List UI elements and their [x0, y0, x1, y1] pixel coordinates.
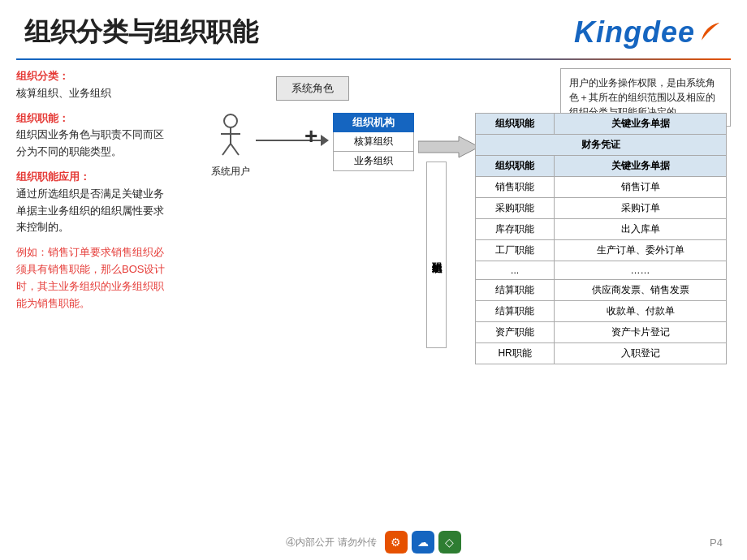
org-box: 组织机构 核算组织 业务组织: [333, 113, 414, 171]
org-func-label: 组织职能: [426, 162, 447, 348]
section1-title: 组织分类：: [16, 68, 171, 85]
svg-point-0: [224, 114, 237, 127]
func-cell: 结算职能: [476, 280, 555, 301]
table-row: 资产职能资产卡片登记: [476, 322, 727, 343]
table-row: 采购职能采购订单: [476, 198, 727, 219]
org-box-title: 组织机构: [333, 113, 414, 132]
note-text: 用户的业务操作权限，是由系统角色＋其所在的组织范围以及相应的组织分类与职能所决定…: [569, 77, 715, 118]
table-row: HR职能入职登记: [476, 343, 727, 364]
func-cell: 结算职能: [476, 301, 555, 322]
section2-body: 组织因业务角色与职责不同而区分为不同的职能类型。: [16, 127, 171, 161]
section2-title: 组织职能：: [16, 110, 171, 127]
user-figure: 系统用户: [211, 113, 250, 179]
func-table: 组织职能 关键业务单据 财务凭证 组织职能 关键业务单据 销售职能销售订单采购职…: [475, 113, 727, 364]
calc-org-row: 核算组织: [333, 132, 414, 152]
doc-cell: 收款单、付款单: [555, 301, 727, 322]
section3-body: 通过所选组织是否满足关键业务单据主业务组织的组织属性要求来控制的。: [16, 186, 171, 236]
sub-header-row: 组织职能 关键业务单据: [476, 156, 727, 177]
logo: Kingdee: [574, 15, 723, 50]
left-panel: 组织分类： 核算组织、业务组织 组织职能： 组织因业务角色与职责不同而区分为不同…: [16, 68, 179, 559]
doc-cell: ……: [555, 261, 727, 280]
table-header-row: 组织职能 关键业务单据: [476, 114, 727, 135]
table-row: 工厂职能生产订单、委外订单: [476, 240, 727, 261]
func-cell: 库存职能: [476, 219, 555, 240]
table-row: ...……: [476, 261, 727, 280]
table-row: 销售职能销售订单: [476, 177, 727, 198]
col2-header: 关键业务单据: [555, 114, 727, 135]
footer-icons: ⚙ ☁ ◇: [385, 531, 461, 554]
top-header-cell: 财务凭证: [476, 135, 727, 156]
func-cell: 采购职能: [476, 198, 555, 219]
sub-col1: 组织职能: [476, 156, 555, 177]
user-label: 系统用户: [211, 165, 250, 179]
doc-cell: 出入库单: [555, 219, 727, 240]
svg-line-3: [222, 144, 231, 155]
footer: ④内部公开 请勿外传 ⚙ ☁ ◇ P4: [0, 531, 747, 554]
icon-orange: ⚙: [385, 531, 408, 554]
biz-org-row: 业务组织: [333, 152, 414, 171]
func-cell: ...: [476, 261, 555, 280]
doc-cell: 销售订单: [555, 177, 727, 198]
plus-sign: +: [304, 123, 317, 149]
sub-col2: 关键业务单据: [555, 156, 727, 177]
stick-figure-icon: [214, 113, 247, 162]
doc-cell: 采购订单: [555, 198, 727, 219]
header-divider: [16, 58, 731, 60]
table-row: 结算职能供应商发票、销售发票: [476, 280, 727, 301]
page-number: P4: [710, 536, 723, 549]
section3-example: 例如：销售订单要求销售组织必须具有销售职能，那么BOS设计时，其主业务组织的业务…: [16, 244, 171, 312]
doc-cell: 入职登记: [555, 343, 727, 364]
doc-cell: 资产卡片登记: [555, 322, 727, 343]
func-cell: 资产职能: [476, 322, 555, 343]
arrow-org-to-table: [418, 135, 479, 159]
doc-cell: 供应商发票、销售发票: [555, 280, 727, 301]
diagram-area: 用户的业务操作权限，是由系统角色＋其所在的组织范围以及相应的组织分类与职能所决定…: [179, 68, 731, 559]
icon-blue: ☁: [412, 531, 434, 554]
svg-line-4: [231, 144, 239, 155]
section1-body: 核算组织、业务组织: [16, 85, 171, 102]
page-title: 组织分类与组织职能: [24, 15, 258, 50]
arrow-head-icon: [321, 135, 329, 146]
table-row: 结算职能收款单、付款单: [476, 301, 727, 322]
footer-label: ④内部公开 请勿外传: [286, 536, 376, 549]
large-arrow-svg: [418, 135, 479, 159]
col1-header: 组织职能: [476, 114, 555, 135]
func-cell: HR职能: [476, 343, 555, 364]
table-row-top: 财务凭证: [476, 135, 727, 156]
func-cell: 销售职能: [476, 177, 555, 198]
section3-title: 组织职能应用：: [16, 169, 171, 186]
sys-role-box: 系统角色: [276, 76, 349, 101]
svg-marker-5: [418, 136, 479, 157]
logo-text: Kingdee: [574, 15, 695, 50]
main-content: 组织分类： 核算组织、业务组织 组织职能： 组织因业务角色与职责不同而区分为不同…: [0, 68, 747, 559]
func-cell: 工厂职能: [476, 240, 555, 261]
sys-role-label: 系统角色: [291, 82, 334, 94]
doc-cell: 生产订单、委外订单: [555, 240, 727, 261]
arrow-user-to-org: [256, 135, 329, 146]
icon-green: ◇: [438, 531, 461, 554]
logo-leaf-icon: [697, 19, 723, 45]
header: 组织分类与组织职能 Kingdee: [0, 0, 747, 58]
table-row: 库存职能出入库单: [476, 219, 727, 240]
